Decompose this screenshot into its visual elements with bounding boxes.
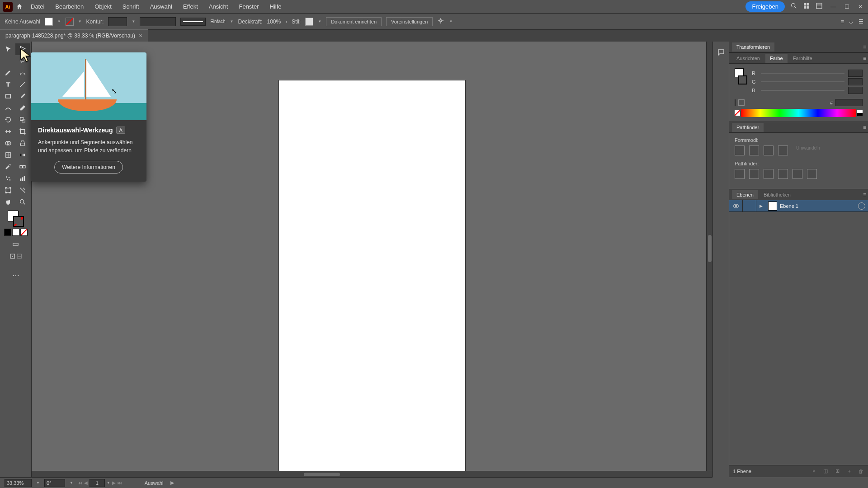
layer-name[interactable]: Ebene 1 bbox=[780, 203, 858, 209]
menu-help[interactable]: Hilfe bbox=[265, 1, 286, 12]
unite-icon[interactable] bbox=[735, 145, 745, 155]
paintbrush-tool[interactable] bbox=[15, 90, 30, 102]
shape-builder-tool[interactable] bbox=[1, 137, 15, 149]
tab-align[interactable]: Ausrichten bbox=[732, 54, 764, 63]
fill-stroke-indicator[interactable] bbox=[8, 211, 24, 227]
curvature-tool[interactable] bbox=[15, 67, 30, 79]
color-mode-solid[interactable] bbox=[4, 229, 11, 236]
zoom-input[interactable] bbox=[5, 479, 32, 487]
blend-tool[interactable] bbox=[15, 161, 30, 173]
target-icon[interactable] bbox=[858, 202, 865, 210]
preferences-button[interactable]: Voreinstellungen bbox=[386, 17, 433, 26]
chevron-down-icon[interactable]: ▼ bbox=[57, 19, 61, 23]
arrange-icon[interactable] bbox=[803, 2, 810, 11]
eraser-tool[interactable] bbox=[15, 102, 30, 114]
close-icon[interactable]: × bbox=[139, 32, 142, 39]
learn-more-button[interactable]: Weitere Informationen bbox=[54, 161, 123, 174]
pen-tool[interactable] bbox=[1, 67, 15, 79]
menu-effect[interactable]: Effekt bbox=[179, 1, 203, 12]
minus-back-icon[interactable] bbox=[807, 169, 817, 179]
layer-row[interactable]: ▶ Ebene 1 bbox=[729, 200, 868, 212]
delete-layer-icon[interactable]: 🗑 bbox=[857, 468, 864, 475]
tab-libraries[interactable]: Bibliotheken bbox=[759, 190, 795, 199]
make-clipping-icon[interactable]: ◫ bbox=[822, 468, 829, 475]
lasso-tool[interactable] bbox=[15, 55, 30, 67]
hand-tool[interactable] bbox=[1, 196, 15, 208]
intersect-icon[interactable] bbox=[764, 145, 774, 155]
type-tool[interactable] bbox=[1, 79, 15, 90]
menu-type[interactable]: Schrift bbox=[118, 1, 144, 12]
screen-mode-icon[interactable]: ▭ bbox=[12, 239, 19, 248]
r-input[interactable] bbox=[848, 70, 863, 77]
panel-menu-icon[interactable]: ≡ bbox=[863, 192, 866, 198]
tab-colorguide[interactable]: Farbhilfe bbox=[788, 54, 817, 63]
new-layer-icon[interactable]: ＋ bbox=[845, 468, 853, 475]
tab-transform[interactable]: Transformieren bbox=[732, 42, 774, 52]
zoom-tool[interactable] bbox=[15, 196, 30, 208]
edit-toolbar-icon[interactable]: ⋯ bbox=[12, 271, 19, 280]
chevron-down-icon[interactable]: ▼ bbox=[78, 19, 82, 23]
panel-menu-icon[interactable]: ≡ bbox=[863, 44, 866, 50]
vertical-scrollbar[interactable] bbox=[706, 42, 712, 471]
artboard[interactable] bbox=[279, 80, 465, 477]
menu-select[interactable]: Auswahl bbox=[146, 1, 177, 12]
comment-icon[interactable] bbox=[715, 46, 727, 59]
chevron-down-icon[interactable]: ▼ bbox=[36, 481, 40, 485]
tab-layers[interactable]: Ebenen bbox=[732, 190, 758, 199]
minimize-button[interactable]: — bbox=[828, 2, 838, 12]
panel-toggle-icon[interactable]: ≡ bbox=[841, 19, 844, 25]
mesh-tool[interactable] bbox=[1, 149, 15, 161]
align-to-icon[interactable] bbox=[437, 17, 444, 26]
panel-toggle-icon[interactable]: ⫝ bbox=[849, 19, 854, 25]
close-button[interactable]: ✕ bbox=[855, 2, 865, 12]
slice-tool[interactable] bbox=[15, 184, 30, 196]
menu-file[interactable]: Datei bbox=[26, 1, 49, 12]
expand-button[interactable]: Umwandeln bbox=[796, 145, 820, 155]
status-menu-icon[interactable]: ▶ bbox=[170, 480, 174, 486]
crop-icon[interactable] bbox=[778, 169, 788, 179]
panel-fill-stroke[interactable] bbox=[735, 68, 747, 84]
divide-icon[interactable] bbox=[735, 169, 745, 179]
symbol-sprayer-tool[interactable] bbox=[1, 173, 15, 184]
graphic-style-swatch[interactable] bbox=[305, 18, 313, 26]
lock-toggle[interactable] bbox=[743, 200, 756, 211]
width-tool[interactable] bbox=[1, 126, 15, 137]
horizontal-scrollbar[interactable] bbox=[32, 471, 712, 477]
g-slider[interactable] bbox=[761, 81, 844, 82]
rotate-tool[interactable] bbox=[1, 114, 15, 126]
chevron-down-icon[interactable]: ▼ bbox=[107, 481, 110, 485]
tab-color[interactable]: Farbe bbox=[765, 54, 788, 63]
last-artboard-icon[interactable]: ⏭ bbox=[118, 480, 122, 485]
document-setup-button[interactable]: Dokument einrichten bbox=[326, 17, 382, 26]
chevron-down-icon[interactable]: ▼ bbox=[318, 19, 321, 23]
document-tab[interactable]: paragraph-1485228.png* @ 33,33 % (RGB/Vo… bbox=[0, 29, 148, 42]
b-slider[interactable] bbox=[761, 90, 844, 91]
rectangle-tool[interactable] bbox=[1, 90, 15, 102]
chevron-down-icon[interactable]: ▼ bbox=[230, 19, 234, 23]
r-slider[interactable] bbox=[761, 73, 844, 74]
first-artboard-icon[interactable]: ⏮ bbox=[78, 480, 82, 485]
artboard-number-input[interactable] bbox=[90, 479, 105, 487]
stroke-weight-input[interactable] bbox=[108, 17, 127, 26]
rotation-input[interactable] bbox=[44, 479, 65, 487]
none-color-icon[interactable] bbox=[735, 110, 740, 116]
panel-menu-icon[interactable]: ≡ bbox=[863, 124, 866, 131]
bw-color-icon[interactable] bbox=[857, 110, 863, 116]
g-input[interactable] bbox=[848, 78, 863, 85]
panel-menu-icon[interactable]: ≡ bbox=[863, 55, 866, 61]
hex-input[interactable] bbox=[835, 99, 863, 106]
graph-tool[interactable] bbox=[15, 173, 30, 184]
chevron-down-icon[interactable]: ▼ bbox=[70, 481, 73, 485]
opacity-value[interactable]: 100% bbox=[267, 19, 281, 25]
drawing-mode-icon[interactable]: ⊡ bbox=[9, 252, 15, 260]
outline-icon[interactable] bbox=[793, 169, 802, 179]
workspace-icon[interactable] bbox=[816, 2, 823, 11]
prev-artboard-icon[interactable]: ◀ bbox=[84, 480, 88, 485]
trim-icon[interactable] bbox=[749, 169, 759, 179]
minus-front-icon[interactable] bbox=[749, 145, 759, 155]
fill-swatch[interactable] bbox=[45, 18, 53, 26]
menu-window[interactable]: Fenster bbox=[234, 1, 263, 12]
next-artboard-icon[interactable]: ▶ bbox=[112, 480, 116, 485]
color-mode-none[interactable] bbox=[20, 229, 28, 236]
scale-tool[interactable] bbox=[15, 114, 30, 126]
